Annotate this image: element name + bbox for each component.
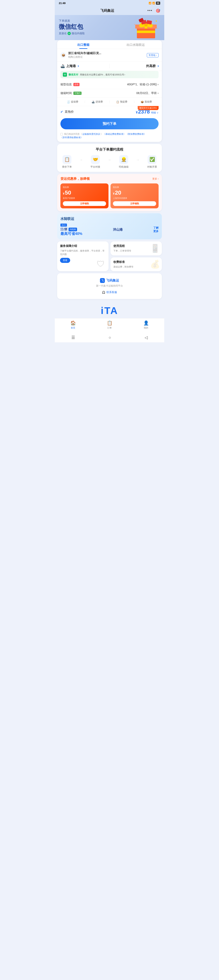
location-text: 浙江省/绍兴市/越城区/灵... [68, 51, 145, 55]
water-learn-more[interactable]: 了解 更多 [153, 226, 158, 233]
service-card-flow: 使用流程 下单，订单管理等 📱 [110, 242, 162, 255]
water-export-tag: 出口 [61, 224, 67, 227]
nav-icons: ••• 🎯 [147, 8, 160, 13]
fee-label-3: 预提费 [120, 100, 127, 103]
coupon-btn-1[interactable]: 立即领取 [63, 201, 106, 206]
coupon-more[interactable]: 更多 › [152, 177, 158, 181]
order-button[interactable]: 预约下单 [61, 118, 158, 129]
footer-logo-icon: 飞 [100, 278, 105, 283]
footer-card: 飞 飞码集运 新一代集卡运输协同平台 🎧 联系客服 [57, 273, 162, 299]
coupon-type-1: 抵扣券 [63, 186, 106, 189]
agreement-link-3[interactable]: 《附加费收费标准》 [126, 132, 146, 135]
back-button[interactable]: ◁ [145, 335, 148, 340]
footer-service-label: 联系客服 [107, 290, 117, 294]
agreement-link-2[interactable]: 《基础运费收费标准》 [103, 132, 126, 135]
box-time-value: 08月02日、早班 › [83, 91, 158, 95]
flow-arrow-3: → [136, 158, 139, 162]
orders-icon: 📋 [107, 320, 112, 326]
coupon-amount-1: ¥ 50 [63, 189, 106, 196]
service-card-intro: 服务保障介绍 了解平台履约流程，服务保障，平台资质，常见问题 查看 🛡 [57, 242, 109, 271]
required-badge: 必填 [74, 83, 80, 86]
tab-export-full[interactable]: 出口整箱 [57, 40, 110, 49]
box-time-row[interactable]: 做箱时间 可预约 08月02日、早班 › [57, 89, 162, 98]
wechat-icon: W [67, 32, 71, 35]
status-icons: 📶 📶 66 [149, 2, 160, 5]
coupon-section: 货运优惠券，放肆领 更多 › 抵扣券 ¥ 50 新用户优惠券 立即领取 抵扣券 … [57, 174, 162, 211]
service-card-fees: 收费标准 基础运费，附加费等 💰 [110, 258, 162, 271]
port-to[interactable]: 外高桥 [112, 64, 159, 68]
coupon-type-2: 抵扣券 [113, 186, 156, 189]
flow-icon-1: 📋 [62, 155, 71, 164]
nav-item-orders[interactable]: 📋 订单 [107, 320, 112, 329]
flow-label-1: 查价下单 [62, 165, 72, 169]
battery-indicator: 66 [156, 2, 160, 5]
port-from[interactable]: 🚢 上海港 [61, 64, 107, 68]
coupon-card-1: 抵扣券 ¥ 50 新用户优惠券 立即领取 [61, 183, 109, 208]
nav-item-profile[interactable]: 👤 我的 [143, 320, 149, 329]
flow-step-4: ✅ 对账开票 [147, 155, 157, 169]
service-card-btn-1[interactable]: 查看 [60, 258, 70, 263]
home-icon: 🏠 [70, 320, 76, 326]
box-info-row[interactable]: 箱型信息 必填 40GP*1、轻箱-(1-20吨) › [57, 80, 162, 89]
nav-label-home: 首页 [71, 326, 75, 329]
port-row: 🚢 上海港 外高桥 [57, 61, 162, 71]
water-port-tag: 内陆港 [69, 228, 77, 231]
port-to-wrapper: 外高桥 [146, 64, 156, 68]
nav-item-home[interactable]: 🏠 首页 [70, 320, 76, 329]
status-time: 21:49 [59, 2, 66, 5]
wechat-pay-banner: W 微信支付 用微信支付运费立减5%，最高可省1000元/车› [61, 71, 158, 78]
flow-step-3: 👷 司机做箱 [119, 155, 129, 169]
flow-icon-2: 🤝 [91, 155, 100, 164]
footer-service[interactable]: 🎧 联系客服 [61, 290, 158, 294]
system-bar: ☰ ○ ◁ [55, 333, 164, 342]
agreement: 我已阅读并同意《 运输服务委托协议 》 《基础运费收费标准》 《附加费收费标准》… [57, 132, 162, 142]
footer-brand: 飞码集运 [106, 278, 119, 283]
tab-export-sea[interactable]: 出口水陆联运 [110, 40, 162, 49]
port-from-arrow [77, 65, 79, 67]
home-button[interactable]: ○ [109, 335, 111, 340]
location-row[interactable]: 📦 浙江省/绍兴市/越城区/灵... 钱陶公路附近 常用地 › [57, 49, 162, 61]
service-card-desc-1: 了解平台履约流程，服务保障，平台资质，常见问题 [60, 249, 106, 256]
price-row: 微信支付立减119元 ✔ 直拖价 ¥ 2378 明细 ∨ [57, 106, 162, 116]
water-discount: 最高可省40% [61, 231, 82, 236]
menu-button[interactable]: ☰ [71, 335, 75, 340]
location-text-wrapper: 浙江省/绍兴市/越城区/灵... 钱陶公路附近 [68, 51, 145, 59]
flow-icon-4: ✅ [148, 155, 157, 164]
coupon-btn-2[interactable]: 立即领取 [113, 201, 156, 206]
svg-text:✦: ✦ [157, 28, 158, 30]
flow-arrow-2: → [108, 158, 111, 162]
footer-tagline: 新一代集卡运输协同平台 [61, 284, 158, 288]
location-badge[interactable]: 常用地 › [147, 53, 158, 57]
main-card: 出口整箱 出口水陆联运 📦 浙江省/绍兴市/越城区/灵... 钱陶公路附近 常用… [57, 40, 162, 142]
nav-bar: 飞码集运 ••• 🎯 [55, 6, 164, 15]
tabs: 出口整箱 出口水陆联运 [57, 40, 162, 49]
water-from-row: 江/浙 内陆港 [61, 228, 82, 231]
coupon-number-1: 50 [65, 189, 71, 196]
nav-target-icon[interactable]: 🎯 [156, 8, 160, 13]
coupon-name-1: 新用户优惠券 [63, 197, 106, 200]
coupon-card-2: 抵扣券 ¥ 20 上海市内优惠券 立即领取 [110, 183, 158, 208]
nav-menu-dots[interactable]: ••• [147, 8, 152, 13]
wifi-icon: 📶 [149, 2, 152, 5]
agreement-suffix: 》 [101, 132, 103, 135]
fee-item-2[interactable]: 🚢 进港费 [85, 100, 109, 103]
agreement-link-4[interactable]: 《异常费用收费标准》 [61, 136, 83, 139]
fee-icon-2: 🚢 [92, 100, 95, 103]
price-detail[interactable]: 明细 ∨ [151, 111, 158, 115]
box-info-value: 40GP*1、轻箱-(1-20吨) › [81, 83, 158, 86]
fee-item-1[interactable]: 🧾 提箱费 [61, 100, 85, 103]
phone-icon: 📱 [150, 243, 160, 253]
flow-label-4: 对账开票 [147, 165, 157, 169]
svg-text:✦: ✦ [155, 19, 158, 23]
fee-item-4[interactable]: 📦 落箱费 [134, 100, 158, 103]
wechat-pay-desc: 用微信支付运费立减5%，最高可省1000元/车› [80, 73, 125, 76]
package-icon: 📦 [61, 52, 66, 58]
coupon-number-2: 20 [115, 189, 121, 196]
agreement-link-1[interactable]: 运输服务委托协议 [82, 132, 100, 135]
check-icon: ✔ [61, 110, 63, 114]
fee-item-3[interactable]: 📋 预提费 [110, 100, 134, 103]
agreement-checkbox[interactable] [61, 133, 63, 135]
svg-rect-3 [137, 30, 155, 33]
fee-row: 🧾 提箱费 🚢 进港费 📋 预提费 📦 落箱费 [57, 98, 162, 106]
water-route-left: 出口 江/浙 内陆港 最高可省40% [61, 223, 82, 236]
